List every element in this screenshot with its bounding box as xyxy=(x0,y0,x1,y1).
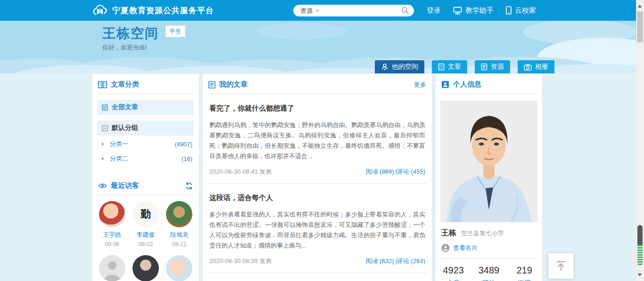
visit-date: 08-21 xyxy=(163,241,196,248)
page-scrollbar[interactable] xyxy=(636,0,644,281)
cloud-book-logo-icon xyxy=(92,4,108,17)
article-excerpt: 鹦鹉遇到乌鸦，笼中的鹦鹉安逸；野外的乌鸦自由。鹦鹉羡慕乌鸦自由，乌鸦羡慕鹦鹉安逸… xyxy=(209,120,425,161)
caret-right-icon xyxy=(102,157,106,161)
refresh-icon[interactable] xyxy=(185,182,193,190)
article-item: 这段话，适合每个人 多少外表看着坚强的人，其实也有撑不住的时候；多少脸上带着笑容… xyxy=(203,184,432,265)
visitors-title: 最近访客 xyxy=(111,181,139,190)
my-articles-panel: 我的文章 更多 看完了，你就什么都想通了 鹦鹉遇到乌鸦，笼中的鹦鹉安逸；野外的乌… xyxy=(202,73,432,281)
visitor-avatar-default[interactable] xyxy=(99,255,125,281)
cloud-school-link[interactable]: 云校家 xyxy=(506,6,536,15)
welcome-greeting: 你好，欢迎光临! xyxy=(102,43,147,52)
articles-title: 我的文章 xyxy=(219,80,248,89)
person-check-icon xyxy=(381,63,388,71)
login-link[interactable]: 登录 xyxy=(427,6,441,15)
teaching-assistant-link[interactable]: 教学助手 xyxy=(453,6,494,15)
stat-resources: 219 资源 xyxy=(507,265,542,281)
default-person-icon xyxy=(99,255,125,281)
personal-info-title: 个人信息 xyxy=(453,80,481,89)
profile-name: 王栋 xyxy=(441,228,456,238)
notebook-icon xyxy=(438,63,445,71)
visitor-avatar[interactable] xyxy=(99,201,125,227)
categories-title: 文章分类 xyxy=(111,80,139,89)
collapse-minus-icon xyxy=(102,125,108,131)
caret-right-icon xyxy=(102,142,106,146)
article-title-link[interactable]: 看完了，你就什么都想通了 xyxy=(209,94,425,113)
space-tabs: 他的空间 文章 资源 xyxy=(375,60,554,73)
profile-stats: 4923 文章 3489 照片 219 资源 xyxy=(436,259,542,281)
stat-label-link[interactable]: 资源 xyxy=(507,279,542,281)
all-articles-item[interactable]: 全部文章 xyxy=(97,100,194,115)
visitor-name-link[interactable]: 李建俊 xyxy=(129,231,162,239)
visitor-item: 方华 07-22 xyxy=(163,255,196,281)
view-card-link[interactable]: 查看名片 xyxy=(436,238,542,258)
stat-value: 4923 xyxy=(436,265,471,276)
stat-value: 219 xyxy=(507,265,542,276)
tab-album[interactable]: 相册 xyxy=(518,60,554,73)
stat-value: 3489 xyxy=(471,265,506,276)
tab-his-space[interactable]: 他的空间 xyxy=(375,60,424,73)
visitor-avatar[interactable] xyxy=(166,255,192,281)
person-circle-icon xyxy=(441,244,450,252)
category-count: (4907) xyxy=(174,141,192,148)
document-icon xyxy=(481,63,487,71)
visitor-name-link[interactable]: 段旭龙 xyxy=(163,231,196,239)
smartphone-icon xyxy=(506,6,512,15)
student-badge: 学生 xyxy=(165,25,185,37)
profile-name-row: 王栋 贺兰县第七小学 xyxy=(436,222,542,238)
search-icon[interactable] xyxy=(401,7,409,15)
visitor-avatar[interactable] xyxy=(132,255,159,281)
category-item-2[interactable]: 分类二 (16) xyxy=(92,150,199,165)
article-date: 2020-06-30 08:41 发表 xyxy=(209,168,272,176)
stat-label-link[interactable]: 文章 xyxy=(436,279,471,281)
tab-resources[interactable]: 资源 xyxy=(475,60,510,73)
back-to-top-button[interactable] xyxy=(548,253,574,279)
comments-link[interactable]: |评论 (263) xyxy=(396,257,425,265)
article-title-link[interactable]: 人间最幸福的一段话 xyxy=(209,273,425,281)
article-excerpt: 多少外表看着坚强的人，其实也有撑不住的时候；多少脸上带着笑容的人，其实也有说不出… xyxy=(209,209,425,251)
visitors-header: 最近访客 xyxy=(92,175,199,195)
id-badge-icon xyxy=(441,80,449,88)
scroll-progress-indicator xyxy=(637,225,643,265)
visitor-item: 王宇皓 09-06 xyxy=(95,201,129,248)
more-articles-link[interactable]: 更多 xyxy=(414,80,426,89)
visit-date: 09-06 xyxy=(95,241,129,248)
visitor-item: 段旭龙 08-21 xyxy=(163,201,196,248)
category-count: (16) xyxy=(182,155,192,162)
tab-articles[interactable]: 文章 xyxy=(432,60,467,73)
article-stats: 阅读 (869)|评论 (455) xyxy=(366,168,425,176)
article-title-link[interactable]: 这段话，适合每个人 xyxy=(209,184,425,202)
visit-date: 09-02 xyxy=(129,241,162,248)
reads-link[interactable]: 阅读 (632) xyxy=(366,257,394,265)
stat-label-link[interactable]: 照片 xyxy=(471,279,506,281)
divider xyxy=(97,94,194,94)
comments-link[interactable]: |评论 (455) xyxy=(396,168,425,175)
monitor-icon xyxy=(453,7,462,15)
divider xyxy=(440,94,537,94)
chevron-down-icon[interactable] xyxy=(315,10,319,14)
profile-school: 贺兰县第七小学 xyxy=(461,229,504,238)
personal-info-header: 个人信息 xyxy=(436,74,542,94)
article-date: 2020-06-30 08:39 发表 xyxy=(209,257,272,265)
scrollbar-up-arrow[interactable] xyxy=(638,3,642,8)
visitor-grid: 王宇皓 09-06 勤 李建俊 09-02 段旭龙 08-21 xyxy=(92,195,199,281)
category-item-1[interactable]: 分类一 (4907) xyxy=(92,136,199,150)
reads-link[interactable]: 阅读 (869) xyxy=(366,168,394,175)
visitor-name-link[interactable]: 王宇皓 xyxy=(95,231,129,239)
topbar-links: 登录 教学助手 云校家 xyxy=(427,0,536,21)
space-banner: 王栋空间学生 你好，欢迎光临! 他的空间 文章 xyxy=(0,21,636,73)
main-content: 文章分类 全部文章 默认分组 分类一 (4907) xyxy=(92,73,545,281)
article-categories-panel: 文章分类 全部文章 默认分组 分类一 (4907) xyxy=(92,73,199,281)
camera-icon xyxy=(524,64,532,71)
platform-brand[interactable]: 宁夏教育资源公共服务平台 xyxy=(92,0,214,21)
stat-photos: 3489 照片 xyxy=(471,265,506,281)
search-input[interactable] xyxy=(323,7,401,14)
visitor-avatar[interactable]: 勤 xyxy=(132,201,159,227)
categories-header: 文章分类 xyxy=(92,74,199,94)
visitor-item: 蔺小倩 08-10 xyxy=(95,255,129,281)
scrollbar-thumb[interactable] xyxy=(637,11,643,42)
scrollbar-down-arrow[interactable] xyxy=(638,273,642,278)
search-category-select[interactable]: 资源 xyxy=(300,7,313,15)
default-group-item[interactable]: 默认分组 xyxy=(97,120,194,136)
visitor-avatar[interactable] xyxy=(166,201,192,227)
space-title: 王栋空间学生 xyxy=(102,24,185,42)
